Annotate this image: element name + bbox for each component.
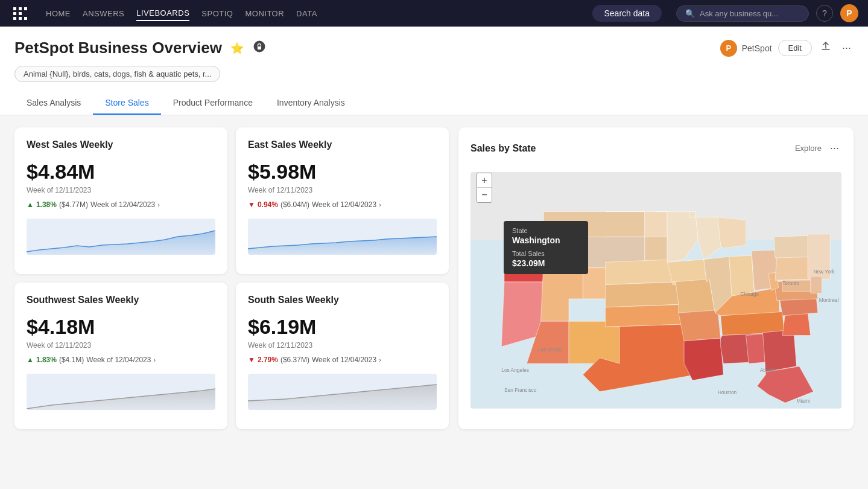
chevron-right-icon[interactable]: › <box>379 356 381 363</box>
page-header: PetSpot Business Overview ⭐ P PetSpot Ed… <box>0 27 868 115</box>
user-avatar[interactable]: P <box>840 4 858 22</box>
owner-badge: P PetSpot <box>720 40 772 57</box>
east-sales-card: East Sales Weekly $5.98M Week of 12/11/2… <box>236 127 449 274</box>
help-button[interactable]: ? <box>816 5 833 22</box>
edit-button[interactable]: Edit <box>778 40 812 56</box>
zoom-in-button[interactable]: + <box>477 173 492 188</box>
southwest-card-title: Southwest Sales Weekly <box>27 295 215 305</box>
nav-answers[interactable]: ANSWERS <box>83 7 124 21</box>
map-title: Sales by State <box>470 143 536 154</box>
tab-inventory-analysis[interactable]: Inventory Analysis <box>265 92 357 115</box>
south-sales-card: South Sales Weekly $6.19M Week of 12/11/… <box>236 283 449 429</box>
tab-product-performance[interactable]: Product Performance <box>161 92 265 115</box>
tooltip-sales-label: Total Sales <box>512 250 580 257</box>
nav-monitor[interactable]: MONITOR <box>245 7 284 21</box>
svg-marker-30 <box>606 260 673 285</box>
tooltip-state-value: Washington <box>512 235 580 245</box>
svg-rect-10 <box>258 46 261 50</box>
west-sales-card: West Sales Weekly $4.84M Week of 12/11/2… <box>14 127 227 274</box>
southwest-card-value: $4.18M <box>27 315 215 339</box>
west-change-val: ($4.77M) <box>59 200 88 209</box>
nav-data[interactable]: DATA <box>296 7 317 21</box>
east-sparkline <box>248 219 437 255</box>
main-content: West Sales Weekly $4.84M Week of 12/11/2… <box>0 115 868 441</box>
east-card-change: ▼ 0.94% ($6.04M) Week of 12/04/2023 › <box>248 200 437 209</box>
map-panel: Sales by State Explore ··· + − State Was… <box>458 127 854 429</box>
explore-button[interactable]: Explore <box>795 144 822 153</box>
svg-rect-5 <box>19 12 22 15</box>
nav-liveboards[interactable]: LIVEBOARDS <box>136 6 189 21</box>
svg-marker-37 <box>679 310 721 341</box>
south-change-val: ($6.37M) <box>280 356 309 364</box>
svg-marker-48 <box>763 330 797 372</box>
tab-sales-analysis[interactable]: Sales Analysis <box>14 92 93 115</box>
logo[interactable] <box>10 2 31 24</box>
south-card-week: Week of 12/11/2023 <box>248 341 437 350</box>
svg-text:Los Angeles: Los Angeles <box>501 367 529 373</box>
owner-avatar: P <box>720 40 737 57</box>
west-change-week: Week of 12/04/2023 <box>90 200 155 209</box>
svg-marker-27 <box>569 321 619 363</box>
svg-text:Las Vegas: Las Vegas <box>538 347 562 353</box>
tab-store-sales[interactable]: Store Sales <box>93 92 160 115</box>
svg-rect-8 <box>24 17 27 20</box>
west-card-week: Week of 12/11/2023 <box>27 186 215 194</box>
svg-text:Miami: Miami <box>796 398 809 404</box>
svg-text:San Francisco: San Francisco <box>504 387 537 393</box>
south-sparkline <box>248 374 437 410</box>
svg-marker-38 <box>684 338 723 380</box>
zoom-out-button[interactable]: − <box>477 188 492 202</box>
star-button[interactable]: ⭐ <box>229 40 245 56</box>
west-card-title: West Sales Weekly <box>27 139 215 150</box>
search-icon: 🔍 <box>685 9 695 18</box>
page-title: PetSpot Business Overview <box>14 39 222 57</box>
tooltip-state-label: State <box>512 227 580 234</box>
down-arrow-icon: ▼ <box>248 356 255 364</box>
filter-tag[interactable]: Animal {Null}, birds, cats, dogs, fish &… <box>14 66 220 82</box>
svg-rect-3 <box>24 7 27 10</box>
tabs: Sales Analysis Store Sales Product Perfo… <box>14 92 854 115</box>
svg-marker-32 <box>606 304 687 327</box>
svg-rect-6 <box>13 17 16 20</box>
chevron-right-icon[interactable]: › <box>379 201 381 208</box>
tooltip-sales-value: $23.09M <box>512 258 580 268</box>
southwest-card-week: Week of 12/11/2023 <box>27 341 215 350</box>
navbar: HOME ANSWERS LIVEBOARDS SPOTIQ MONITOR D… <box>0 0 868 27</box>
search-data-button[interactable]: Search data <box>592 5 662 22</box>
svg-rect-2 <box>19 7 22 10</box>
lock-button[interactable] <box>252 39 267 57</box>
more-options-button[interactable]: ··· <box>840 39 854 57</box>
chevron-right-icon[interactable]: › <box>153 356 156 363</box>
south-change-pct: 2.79% <box>258 356 278 364</box>
svg-rect-7 <box>19 17 22 20</box>
svg-marker-40 <box>718 217 746 248</box>
map-header: Sales by State Explore ··· <box>470 139 841 157</box>
svg-text:Chicago: Chicago <box>740 291 759 297</box>
ai-search-bar[interactable]: 🔍 Ask any business qu... <box>676 5 809 22</box>
nav-links: HOME ANSWERS LIVEBOARDS SPOTIQ MONITOR D… <box>46 6 578 21</box>
nav-right: 🔍 Ask any business qu... ? P <box>676 4 858 22</box>
svg-text:Montreal: Montreal <box>819 297 839 303</box>
svg-text:Toronto: Toronto <box>782 280 799 286</box>
south-card-value: $6.19M <box>248 315 437 339</box>
west-card-change: ▲ 1.38% ($4.77M) Week of 12/04/2023 › <box>27 200 215 209</box>
east-card-week: Week of 12/11/2023 <box>248 186 437 194</box>
chevron-right-icon[interactable]: › <box>157 201 160 208</box>
southwest-card-change: ▲ 1.83% ($4.1M) Week of 12/04/2023 › <box>27 356 215 364</box>
svg-marker-11 <box>27 231 215 255</box>
svg-rect-57 <box>811 276 822 293</box>
map-area: + − State Washington Total Sales $23.09M <box>470 167 841 414</box>
nav-spotiq[interactable]: SPOTIQ <box>201 7 233 21</box>
east-change-pct: 0.94% <box>258 200 278 209</box>
svg-marker-14 <box>248 385 437 410</box>
title-right: P PetSpot Edit ··· <box>720 39 854 57</box>
nav-home[interactable]: HOME <box>46 7 71 21</box>
share-button[interactable] <box>818 39 834 57</box>
svg-rect-4 <box>13 12 16 15</box>
south-card-change: ▼ 2.79% ($6.37M) Week of 12/04/2023 › <box>248 356 437 364</box>
map-actions: Explore ··· <box>795 139 841 157</box>
owner-name: PetSpot <box>742 43 772 53</box>
map-more-button[interactable]: ··· <box>828 139 841 157</box>
southwest-change-pct: 1.83% <box>36 356 57 364</box>
ai-search-placeholder: Ask any business qu... <box>700 9 778 18</box>
